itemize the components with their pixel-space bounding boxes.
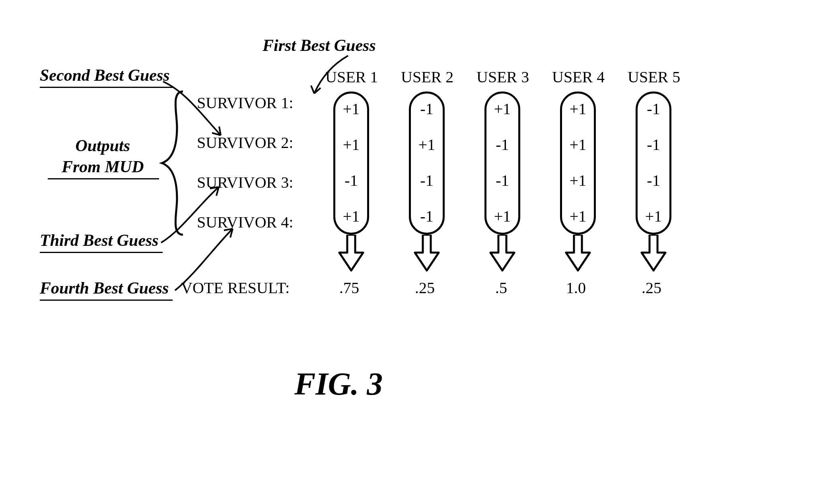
capsule-user-2: -1 +1 -1 -1	[409, 91, 445, 235]
down-arrow-icon-u1	[337, 235, 365, 272]
pointer-arrow-first-icon	[306, 54, 354, 101]
value-u2-s4: -1	[411, 207, 443, 226]
value-u3-s4: +1	[486, 207, 518, 226]
figure-caption: FIG. 3	[294, 366, 383, 402]
vote-result-u3: .5	[495, 278, 507, 297]
value-u4-s1: +1	[562, 99, 594, 118]
pointer-arrow-second-icon	[161, 80, 229, 147]
value-u2-s2: +1	[411, 135, 443, 154]
value-u1-s1: +1	[335, 99, 367, 118]
value-u4-s2: +1	[562, 135, 594, 154]
vote-result-u4: 1.0	[566, 278, 586, 297]
header-user-5: USER 5	[628, 68, 680, 86]
value-u1-s2: +1	[335, 135, 367, 154]
label-first-best-guess: First Best Guess	[263, 36, 376, 55]
value-u4-s3: +1	[562, 171, 594, 190]
vote-result-u5: .25	[642, 278, 661, 297]
capsule-user-3: +1 -1 -1 +1	[484, 91, 520, 235]
label-third-best-guess: Third Best Guess	[40, 231, 159, 250]
value-u3-s2: -1	[486, 135, 518, 154]
label-outputs-from-mud: Outputs From MUD	[62, 135, 144, 177]
value-u1-s4: +1	[335, 207, 367, 226]
value-u1-s3: -1	[335, 171, 367, 190]
value-u5-s2: -1	[638, 135, 669, 154]
label-outputs-underline	[48, 178, 159, 179]
value-u4-s4: +1	[562, 207, 594, 226]
down-arrow-icon-u4	[564, 235, 592, 272]
down-arrow-icon-u5	[640, 235, 667, 272]
capsule-user-5: -1 -1 -1 +1	[636, 91, 671, 235]
capsule-user-4: +1 +1 +1 +1	[560, 91, 596, 235]
value-u2-s3: -1	[411, 171, 443, 190]
header-user-2: USER 2	[401, 68, 453, 86]
figure-page: First Best Guess Second Best Guess Outpu…	[0, 0, 815, 504]
label-fourth-best-guess: Fourth Best Guess	[40, 278, 169, 298]
value-u3-s1: +1	[486, 99, 518, 118]
vote-result-u2: .25	[415, 278, 435, 297]
pointer-arrow-fourth-icon	[173, 225, 241, 294]
value-u5-s1: -1	[638, 99, 669, 118]
down-arrow-icon-u2	[413, 235, 441, 272]
header-user-3: USER 3	[477, 68, 529, 86]
value-u5-s4: +1	[638, 207, 669, 226]
header-user-4: USER 4	[552, 68, 605, 86]
label-outputs-line2: From MUD	[62, 158, 144, 176]
down-arrow-icon-u3	[488, 235, 516, 272]
capsule-user-1: +1 +1 -1 +1	[333, 91, 369, 235]
label-outputs-line1: Outputs	[75, 136, 130, 155]
vote-result-u1: .75	[339, 278, 359, 297]
value-u3-s3: -1	[486, 171, 518, 190]
value-u2-s1: -1	[411, 99, 443, 118]
value-u5-s3: -1	[638, 171, 669, 190]
label-second-best-guess: Second Best Guess	[40, 66, 170, 85]
